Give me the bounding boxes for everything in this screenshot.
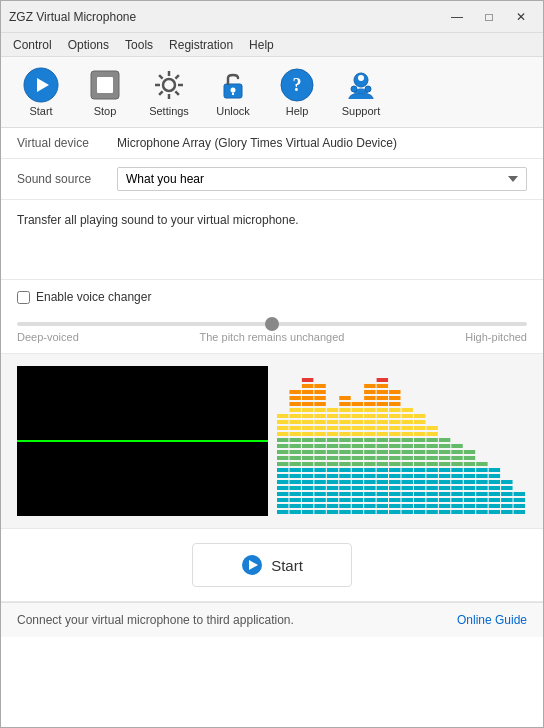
gear-icon	[151, 67, 187, 103]
svg-point-19	[358, 75, 364, 81]
svg-line-10	[175, 91, 179, 95]
sound-source-label: Sound source	[17, 172, 117, 186]
title-controls: — □ ✕	[443, 7, 535, 27]
svg-line-11	[175, 75, 179, 79]
window-title: ZGZ Virtual Microphone	[9, 10, 443, 24]
visualizers-row	[1, 354, 543, 529]
unlock-toolbar-label: Unlock	[216, 105, 250, 117]
minimize-button[interactable]: —	[443, 7, 471, 27]
start-main-button[interactable]: Start	[192, 543, 352, 587]
description-box: Transfer all playing sound to your virtu…	[1, 200, 543, 280]
menu-bar: Control Options Tools Registration Help	[1, 33, 543, 57]
voice-changer-label[interactable]: Enable voice changer	[17, 290, 527, 304]
virtual-device-row: Virtual device Microphone Array (Glory T…	[1, 128, 543, 159]
menu-registration[interactable]: Registration	[161, 36, 241, 54]
toolbar: Start Stop	[1, 57, 543, 128]
svg-line-9	[159, 75, 163, 79]
waveform-line	[17, 440, 268, 442]
pitch-slider-row	[1, 310, 543, 331]
pitch-labels-row: Deep-voiced The pitch remains unchanged …	[1, 331, 543, 354]
footer-text: Connect your virtual microphone to third…	[17, 613, 294, 627]
voice-changer-row: Enable voice changer	[1, 280, 543, 310]
voice-changer-label-text: Enable voice changer	[36, 290, 151, 304]
virtual-device-label: Virtual device	[17, 136, 117, 150]
start-main-label: Start	[271, 557, 303, 574]
pitch-label-high: High-pitched	[465, 331, 527, 343]
start-button-row: Start	[1, 529, 543, 602]
menu-help[interactable]: Help	[241, 36, 282, 54]
svg-point-21	[365, 86, 371, 92]
settings-toolbar-label: Settings	[149, 105, 189, 117]
stop-icon	[87, 67, 123, 103]
svg-rect-3	[97, 77, 113, 93]
start-icon	[23, 67, 59, 103]
voice-changer-checkbox[interactable]	[17, 291, 30, 304]
pitch-label-deep: Deep-voiced	[17, 331, 79, 343]
sound-source-select[interactable]: What you hear Microphone Line In	[117, 167, 527, 191]
description-text: Transfer all playing sound to your virtu…	[17, 213, 299, 227]
menu-tools[interactable]: Tools	[117, 36, 161, 54]
title-bar: ZGZ Virtual Microphone — □ ✕	[1, 1, 543, 33]
svg-point-14	[231, 88, 236, 93]
pitch-slider[interactable]	[17, 322, 527, 326]
start-main-icon	[241, 554, 263, 576]
help-toolbar-label: Help	[286, 105, 309, 117]
spectrum-display	[276, 366, 527, 516]
start-toolbar-label: Start	[29, 105, 52, 117]
waveform-display	[17, 366, 268, 516]
unlock-icon	[215, 67, 251, 103]
svg-point-4	[163, 79, 175, 91]
menu-options[interactable]: Options	[60, 36, 117, 54]
spectrum-canvas	[276, 366, 527, 516]
main-window: ZGZ Virtual Microphone — □ ✕ Control Opt…	[0, 0, 544, 728]
support-toolbar-button[interactable]: Support	[333, 63, 389, 121]
virtual-device-value: Microphone Array (Glory Times Virtual Au…	[117, 136, 527, 150]
sound-source-row: Sound source What you hear Microphone Li…	[1, 159, 543, 200]
support-toolbar-label: Support	[342, 105, 381, 117]
online-guide-link[interactable]: Online Guide	[457, 613, 527, 627]
content-area: Virtual device Microphone Array (Glory T…	[1, 128, 543, 727]
close-button[interactable]: ✕	[507, 7, 535, 27]
help-toolbar-button[interactable]: ? Help	[269, 63, 325, 121]
unlock-toolbar-button[interactable]: Unlock	[205, 63, 261, 121]
menu-control[interactable]: Control	[5, 36, 60, 54]
svg-line-12	[159, 91, 163, 95]
stop-toolbar-button[interactable]: Stop	[77, 63, 133, 121]
help-icon: ?	[279, 67, 315, 103]
maximize-button[interactable]: □	[475, 7, 503, 27]
settings-toolbar-button[interactable]: Settings	[141, 63, 197, 121]
svg-text:?: ?	[293, 75, 302, 95]
start-toolbar-button[interactable]: Start	[13, 63, 69, 121]
svg-point-20	[351, 86, 357, 92]
pitch-label-center: The pitch remains unchanged	[200, 331, 345, 343]
footer: Connect your virtual microphone to third…	[1, 602, 543, 637]
stop-toolbar-label: Stop	[94, 105, 117, 117]
support-icon	[343, 67, 379, 103]
